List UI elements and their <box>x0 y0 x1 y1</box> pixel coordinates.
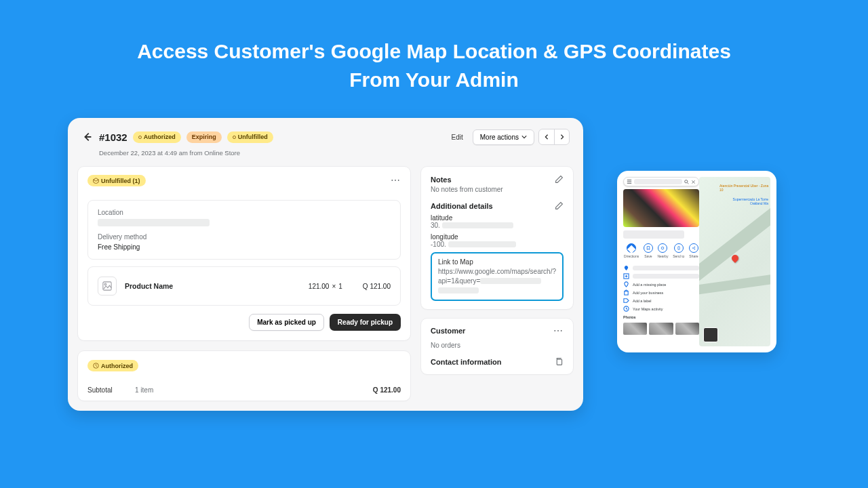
nearby-icon <box>658 243 667 253</box>
map-search[interactable] <box>623 177 699 186</box>
notes-empty: No notes from customer <box>431 184 564 193</box>
link-url: https://www.google.com/maps/search/?api=… <box>438 267 556 285</box>
edit-notes-icon[interactable] <box>555 175 564 184</box>
menu-icon[interactable] <box>627 179 632 184</box>
delivery-value: Free Shipping <box>98 243 391 251</box>
add-business-row[interactable]: Add your business <box>623 289 699 296</box>
fulfillment-badge: Unfulfilled (1) <box>87 175 146 186</box>
delivery-label: Delivery method <box>98 233 391 241</box>
line-item-pricing: 121.00 × 1 Q 121.00 <box>309 283 391 290</box>
more-actions-button[interactable]: More actions <box>473 129 534 145</box>
customer-title: Customer <box>431 327 465 335</box>
fulfillment-panel: Unfulfilled (1) ⋯ Location Delivery meth… <box>77 166 411 341</box>
image-icon <box>102 281 112 291</box>
hero-title: Access Customer's Google Map Location & … <box>0 0 868 101</box>
copy-contact-icon[interactable] <box>555 357 564 366</box>
business-icon <box>623 289 629 296</box>
back-arrow-icon[interactable] <box>81 131 94 143</box>
history-icon <box>623 306 629 312</box>
order-header: #1032 Authorized Expiring Unfulfilled Ed… <box>68 118 583 149</box>
activity-row[interactable]: Your Maps activity <box>623 306 699 312</box>
pin-icon <box>623 265 629 271</box>
add-missing-row[interactable]: Add a missing place <box>623 281 699 287</box>
ready-for-pickup-button[interactable]: Ready for pickup <box>330 314 401 331</box>
longitude-row: longitude -100. <box>431 229 564 248</box>
map-side-panel: ◆Directions Save Nearby Send to Share Ad… <box>623 177 699 346</box>
link-label: Link to Map <box>438 258 556 266</box>
subtotal-row: Subtotal 1 item Q 121.00 <box>78 380 410 401</box>
map-actions: ◆Directions Save Nearby Send to Share <box>623 243 699 263</box>
plus-code-row <box>623 273 699 279</box>
link-to-map-box[interactable]: Link to Map https://www.google.com/maps/… <box>431 252 564 301</box>
customer-menu-icon[interactable]: ⋯ <box>553 328 564 333</box>
directions-button[interactable]: ◆Directions <box>624 243 639 258</box>
location-redacted <box>98 219 210 226</box>
location-block: Location Delivery method Free Shipping <box>87 200 401 260</box>
line-item-row: Product Name 121.00 × 1 Q 121.00 <box>87 266 401 306</box>
product-thumb <box>98 277 117 296</box>
place-name-redacted <box>623 230 684 239</box>
contact-title: Contact information <box>431 358 502 366</box>
photos-label: Photos <box>623 315 699 319</box>
phone-icon <box>674 243 684 253</box>
chevron-down-icon <box>521 134 527 140</box>
bookmark-icon <box>644 243 653 253</box>
edit-details-icon[interactable] <box>555 201 564 210</box>
badge-unfulfilled: Unfulfilled <box>227 131 273 143</box>
directions-icon: ◆ <box>627 243 636 253</box>
svg-rect-6 <box>678 247 679 250</box>
latitude-redacted <box>442 222 513 228</box>
share-icon <box>689 243 698 253</box>
location-label: Location <box>98 209 391 216</box>
svg-rect-11 <box>625 291 628 295</box>
map-poi[interactable]: Supermercado La Torre Oakland Ma <box>731 197 768 205</box>
order-nav <box>538 129 570 145</box>
fulfillment-menu-icon[interactable]: ⋯ <box>391 178 401 183</box>
close-icon[interactable] <box>691 180 696 184</box>
clock-icon <box>93 363 99 369</box>
layers-button[interactable] <box>703 327 718 342</box>
details-title: Additional details <box>431 202 493 210</box>
map-poi[interactable]: Atención Presencial Uber - Zona 10 <box>719 184 770 192</box>
box-open-icon <box>93 178 99 184</box>
longitude-redacted <box>448 241 516 247</box>
badge-expiring: Expiring <box>186 131 222 143</box>
product-name[interactable]: Product Name <box>125 282 173 290</box>
photos-strip[interactable] <box>623 323 699 335</box>
svg-point-5 <box>662 247 665 249</box>
google-maps-card: ◆Directions Save Nearby Send to Share Ad… <box>617 171 776 352</box>
nearby-button[interactable]: Nearby <box>657 243 668 258</box>
send-button[interactable]: Send to <box>673 243 684 258</box>
prev-order-button[interactable] <box>539 129 554 144</box>
customer-empty: No orders <box>431 335 564 349</box>
svg-point-4 <box>685 180 688 182</box>
next-order-button[interactable] <box>554 129 569 144</box>
badge-authorized: Authorized <box>133 131 181 143</box>
place-hero-image <box>623 189 699 227</box>
add-label-row[interactable]: Add a label <box>623 298 699 304</box>
order-number: #1032 <box>99 131 127 143</box>
map-canvas[interactable]: Atención Presencial Uber - Zona 10 Super… <box>699 177 770 346</box>
mark-picked-up-button[interactable]: Mark as picked up <box>249 314 324 331</box>
notes-title: Notes <box>431 176 452 184</box>
plus-code-icon <box>623 273 629 279</box>
payment-panel: Authorized Subtotal 1 item Q 121.00 <box>77 350 411 401</box>
order-meta: December 22, 2023 at 4:49 am from Online… <box>68 149 583 166</box>
svg-rect-3 <box>557 359 561 365</box>
add-place-icon <box>623 281 629 287</box>
notes-panel: Notes No notes from customer Additional … <box>420 166 574 310</box>
latitude-row: latitude 30. <box>431 210 564 229</box>
address-row <box>623 265 699 271</box>
save-button[interactable]: Save <box>644 243 653 258</box>
payment-badge: Authorized <box>87 360 138 371</box>
search-icon[interactable] <box>684 180 689 184</box>
share-button[interactable]: Share <box>689 243 698 258</box>
admin-order-card: #1032 Authorized Expiring Unfulfilled Ed… <box>68 118 583 411</box>
edit-button[interactable]: Edit <box>446 130 469 144</box>
svg-point-1 <box>104 283 106 285</box>
label-icon <box>623 298 629 304</box>
customer-panel: Customer ⋯ No orders Contact information <box>420 318 574 375</box>
